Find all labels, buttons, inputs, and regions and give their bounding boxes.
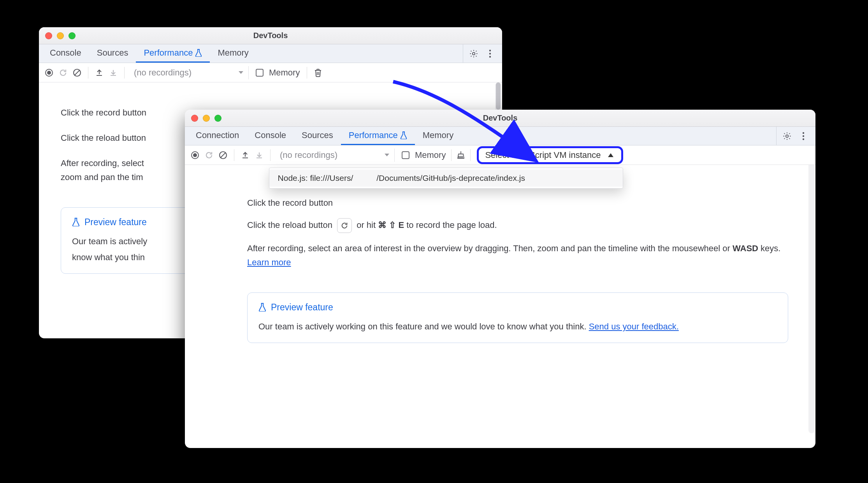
chevron-down-icon	[384, 153, 390, 157]
svg-point-7	[786, 135, 788, 137]
kebab-icon	[802, 132, 805, 140]
kbd-shift: ⇧	[389, 220, 396, 230]
reload-icon	[341, 222, 348, 229]
kebab-icon	[489, 49, 491, 58]
tab-memory[interactable]: Memory	[415, 127, 461, 145]
preview-body-text: Our team is actively working on this fea…	[258, 322, 589, 331]
broom-button[interactable]	[455, 149, 467, 161]
broom-icon	[456, 150, 466, 160]
wasd-text: WASD	[733, 243, 758, 253]
instruction-after-recording: After recording, select an area of inter…	[247, 242, 788, 269]
window-title: DevTools	[185, 114, 815, 122]
tab-bar: Console Sources Performance Memory	[39, 44, 502, 63]
reload-button[interactable]	[57, 66, 69, 79]
tab-bar: Connection Console Sources Performance M…	[185, 127, 815, 145]
recordings-placeholder: (no recordings)	[280, 150, 337, 160]
tab-memory[interactable]: Memory	[210, 44, 256, 63]
flask-icon	[400, 131, 407, 139]
clear-icon	[219, 151, 227, 159]
vm-selector-label: Select JavaScript VM instance	[485, 150, 601, 160]
tab-sources[interactable]: Sources	[89, 44, 136, 63]
tab-sources[interactable]: Sources	[294, 127, 341, 145]
download-icon	[109, 68, 118, 77]
memory-checkbox[interactable]	[402, 151, 409, 159]
record-icon	[191, 151, 199, 159]
recordings-dropdown[interactable]: (no recordings)	[275, 149, 395, 162]
svg-point-12	[193, 153, 197, 157]
content-area: Click the record button Click the reload…	[185, 165, 815, 448]
svg-point-1	[489, 49, 491, 51]
record-button[interactable]	[43, 66, 55, 79]
gear-icon	[469, 49, 478, 58]
download-button[interactable]	[253, 149, 265, 161]
flask-icon	[258, 303, 266, 312]
tab-connection[interactable]: Connection	[188, 127, 247, 145]
instruction-record: Click the record button	[247, 196, 788, 210]
memory-checkbox[interactable]	[256, 69, 264, 77]
performance-toolbar: (no recordings) Memory Select JavaScript…	[185, 145, 815, 165]
triangle-up-icon	[608, 153, 613, 157]
download-button[interactable]	[107, 66, 119, 79]
svg-point-0	[473, 52, 475, 54]
download-icon	[255, 151, 264, 159]
preview-body: Our team is actively working on this fea…	[258, 320, 777, 333]
settings-button[interactable]	[467, 47, 480, 60]
learn-more-link[interactable]: Learn more	[247, 257, 291, 267]
svg-point-8	[803, 132, 804, 133]
preview-feature-card: Preview feature Our team is actively wor…	[247, 292, 788, 343]
instruction-reload-suffix: to record the page load.	[406, 220, 497, 230]
svg-point-9	[803, 135, 804, 136]
preview-title: Preview feature	[258, 302, 777, 313]
kbd-cmd: ⌘	[378, 220, 387, 230]
instruction-after-text: After recording, select an area of inter…	[247, 243, 733, 253]
tab-performance-label: Performance	[144, 48, 193, 58]
preview-title-text: Preview feature	[84, 217, 147, 228]
tab-console[interactable]: Console	[42, 44, 89, 63]
tab-performance[interactable]: Performance	[341, 127, 415, 145]
tab-performance-label: Performance	[349, 130, 398, 140]
reload-icon	[59, 68, 67, 77]
tab-console[interactable]: Console	[247, 127, 294, 145]
record-icon	[45, 68, 53, 77]
instruction-reload: Click the reload button or hit ⌘ ⇧ E to …	[247, 218, 788, 233]
titlebar: DevTools	[39, 27, 502, 44]
tab-performance[interactable]: Performance	[136, 44, 210, 63]
instruction-after-tail: keys.	[761, 243, 780, 253]
performance-toolbar: (no recordings) Memory	[39, 63, 502, 82]
preview-title-text: Preview feature	[271, 302, 333, 313]
instruction-record-text: Click the record button	[247, 198, 333, 208]
scrollbar-thumb[interactable]	[496, 82, 501, 110]
inline-reload-button	[337, 218, 352, 233]
clear-icon	[73, 68, 81, 77]
clear-button[interactable]	[71, 66, 83, 79]
reload-button[interactable]	[203, 149, 215, 161]
upload-icon	[95, 68, 104, 77]
record-button[interactable]	[189, 149, 201, 161]
memory-label: Memory	[269, 68, 300, 78]
window-title: DevTools	[39, 31, 502, 40]
kbd-e: E	[398, 220, 404, 230]
devtools-window-front: DevTools Connection Console Sources Perf…	[185, 110, 815, 448]
more-button[interactable]	[797, 130, 810, 143]
settings-button[interactable]	[780, 130, 794, 143]
trash-icon	[314, 68, 322, 77]
vm-instance-selector[interactable]: Select JavaScript VM instance	[477, 146, 623, 164]
scrollbar[interactable]	[808, 165, 815, 433]
upload-button[interactable]	[239, 149, 251, 161]
recordings-dropdown[interactable]: (no recordings)	[129, 66, 249, 79]
memory-label: Memory	[415, 150, 446, 160]
clear-button[interactable]	[217, 149, 229, 161]
gear-icon	[782, 131, 792, 141]
delete-button[interactable]	[312, 66, 324, 79]
upload-button[interactable]	[93, 66, 105, 79]
instruction-reload-prefix: Click the reload button	[247, 220, 335, 230]
reload-icon	[205, 151, 213, 159]
svg-point-10	[803, 138, 804, 140]
chevron-down-icon	[238, 71, 244, 75]
instruction-reload-mid: or hit	[357, 220, 378, 230]
send-feedback-link[interactable]: Send us your feedback.	[589, 322, 679, 331]
svg-point-3	[489, 56, 491, 57]
more-button[interactable]	[483, 47, 497, 60]
upload-icon	[241, 151, 250, 159]
flask-icon	[72, 218, 80, 226]
